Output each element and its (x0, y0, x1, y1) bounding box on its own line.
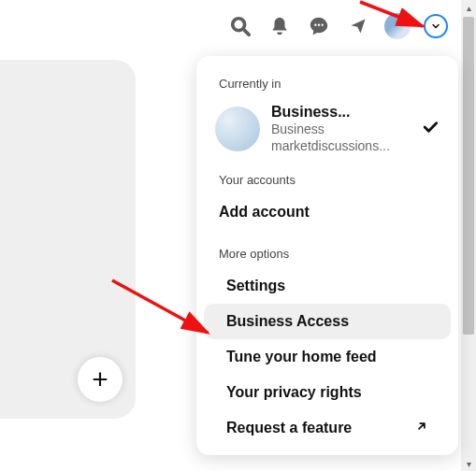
scroll-up-arrow[interactable]: ▴ (461, 0, 476, 15)
menu-business-access[interactable]: Business Access (204, 304, 451, 339)
account-menu-toggle[interactable] (424, 14, 448, 38)
account-info: Business... Business marketdiscussions..… (271, 104, 415, 154)
profile-avatar[interactable] (384, 13, 411, 39)
current-account-row[interactable]: Business... Business marketdiscussions..… (196, 98, 458, 167)
plus-icon: + (92, 364, 108, 395)
external-link-icon (415, 420, 428, 436)
account-dropdown: Currently in Business... Business market… (196, 56, 458, 455)
topbar (227, 13, 448, 39)
scrollbar-track: ▴ ▾ (461, 0, 476, 471)
account-handle: marketdiscussions... (271, 137, 411, 154)
account-type: Business (271, 121, 411, 137)
add-account[interactable]: Add account (196, 194, 458, 237)
scrollbar-thumb[interactable] (463, 17, 474, 335)
messages-icon[interactable] (306, 13, 332, 39)
menu-item-label: Business Access (226, 313, 349, 330)
svg-line-1 (244, 30, 250, 35)
menu-settings[interactable]: Settings (204, 268, 451, 304)
notifications-icon[interactable] (267, 13, 293, 39)
section-more-options: More options (196, 241, 458, 268)
check-icon (421, 118, 440, 140)
svg-point-4 (321, 23, 323, 25)
menu-item-label: Tune your home feed (226, 349, 377, 365)
section-currently-in: Currently in (196, 71, 458, 98)
search-icon[interactable] (227, 13, 253, 39)
svg-point-2 (314, 23, 316, 25)
updates-icon[interactable] (345, 13, 371, 39)
menu-privacy-rights[interactable]: Your privacy rights (204, 375, 451, 410)
menu-tune-home-feed[interactable]: Tune your home feed (204, 339, 451, 375)
menu-item-label: Request a feature (226, 420, 352, 436)
menu-request-feature[interactable]: Request a feature (204, 410, 451, 446)
create-button[interactable]: + (78, 357, 123, 402)
account-avatar (215, 107, 260, 151)
menu-item-label: Settings (226, 278, 285, 294)
content-card: + (0, 60, 136, 419)
scroll-down-arrow[interactable]: ▾ (461, 456, 476, 471)
section-your-accounts: Your accounts (196, 167, 458, 194)
account-name: Business... (271, 104, 415, 121)
svg-point-3 (318, 23, 320, 25)
menu-item-label: Your privacy rights (226, 384, 362, 401)
